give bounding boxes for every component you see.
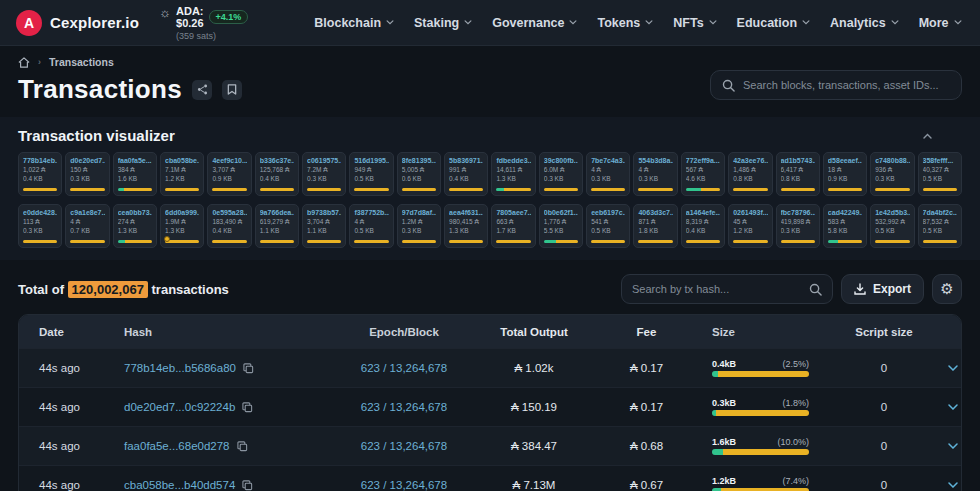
search-icon [809,283,822,296]
tx-card[interactable]: 6dd0a999... 1.9M ₳ 1.3 KB [160,204,204,248]
nav-menu-item[interactable]: Tokens [589,10,661,36]
epoch-block-link[interactable]: 623 / 13,264,678 [361,479,447,491]
tx-card[interactable]: aea4f631... 980,415 ₳ 1.3 KB [444,204,488,248]
tx-card[interactable]: 7be7c4a3... 4 ₳ 0.3 KB [586,152,630,196]
tx-hash-link[interactable]: 778b14eb...b5686a80 [124,362,236,374]
tx-card-amount: 7.1M ₳ [165,166,199,173]
epoch-block-link[interactable]: 623 / 13,264,678 [361,362,447,374]
expand-row-chevron-icon[interactable] [944,443,961,449]
header-epoch-block[interactable]: Epoch/Block [339,326,469,338]
copy-icon[interactable] [243,363,254,374]
tx-card[interactable]: cba058be... 7.1M ₳ 1.2 KB [160,152,204,196]
tx-card[interactable]: fbc78796... 419,898 ₳ 0.3 KB [776,204,820,248]
tx-card[interactable]: 8fe81395... 5,005 ₳ 0.6 KB [397,152,441,196]
tx-card[interactable]: 516d1995... 949 ₳ 0.5 KB [349,152,393,196]
table-settings-button[interactable]: ⚙ [932,274,962,304]
nav-menu-item[interactable]: Blockchain [306,10,402,36]
epoch-block-link[interactable]: 623 / 13,264,678 [361,440,447,452]
size-percent-label: (2.5%) [782,359,809,369]
home-icon[interactable] [18,57,30,68]
nav-menu-item[interactable]: More [911,10,970,36]
nav-menu-item[interactable]: NFTs [665,10,724,36]
epoch-block-link[interactable]: 623 / 13,264,678 [361,401,447,413]
tx-card[interactable]: 358fefff... 40,327 ₳ 0.5 KB [918,152,962,196]
global-search-input[interactable] [743,79,950,91]
tx-hash-link[interactable]: d0e20ed7...0c92224b [124,401,235,413]
tx-hash-link[interactable]: faa0fa5e...68e0d278 [124,440,230,452]
tx-card[interactable]: 772eff9a... 567 ₳ 4.6 KB [681,152,725,196]
cell-total-output: ₳ 1.02k [469,362,599,374]
tx-card-amount: 113 ₳ [23,218,57,225]
visualizer-row-1: 778b14eb... 1,022 ₳ 0.4 KB d0e20ed7... 1… [18,152,962,196]
nav-menu-item[interactable]: Education [729,10,818,36]
tx-card[interactable]: 7805aee7... 663 ₳ 1.7 KB [491,204,535,248]
expand-row-chevron-icon[interactable] [944,404,961,410]
tx-card-amount: 14,611 ₳ [496,166,530,173]
share-button[interactable] [192,80,212,100]
copy-icon[interactable] [237,441,248,452]
tx-card-size-bar [733,240,767,243]
tx-card[interactable]: 42a3ee76... 1,486 ₳ 0.8 KB [728,152,772,196]
header-size[interactable]: Size [694,326,824,338]
tx-card[interactable]: 97d7d8af... 1.2M ₳ 0.3 KB [397,204,441,248]
tx-card[interactable]: a1464efe... 8,319 ₳ 0.4 KB [681,204,725,248]
copy-icon[interactable] [242,480,253,491]
tx-card[interactable]: b9738b57... 3,704 ₳ 1.1 KB [302,204,346,248]
header-fee[interactable]: Fee [599,326,694,338]
tx-card[interactable]: 4063d3c7... 871 ₳ 1.8 KB [633,204,677,248]
tx-card[interactable]: b336c37e... 125,768 ₳ 0.4 KB [255,152,299,196]
nav-menu-item[interactable]: Staking [406,10,480,36]
tx-card[interactable]: d0e20ed7... 150 ₳ 0.3 KB [65,152,109,196]
tx-card[interactable]: d58eeaef... 18 ₳ 0.9 KB [823,152,867,196]
tx-hash-link[interactable]: cba058be...b40dd574 [124,479,235,491]
tx-card-hash: 554b3d8a... [638,157,672,164]
tx-card[interactable]: 1e42d5b3... 532,992 ₳ 0.5 KB [870,204,914,248]
tx-card-amount: 7.2M ₳ [307,166,341,173]
nav-menu-item[interactable]: Analytics [822,10,907,36]
brand-logo-link[interactable]: A Cexplorer.io [16,10,139,36]
header-date[interactable]: Date [19,326,124,338]
tx-card[interactable]: 9a766dea... 619,279 ₳ 1.1 KB [255,204,299,248]
tx-card[interactable]: e0dde428... 113 ₳ 0.3 KB [18,204,62,248]
tx-card[interactable]: eeb6197c... 541 ₳ 0.5 KB [586,204,630,248]
tx-card[interactable]: 778b14eb... 1,022 ₳ 0.4 KB [18,152,62,196]
tx-hash-search[interactable] [621,274,833,304]
nav-menu-item[interactable]: Governance [484,10,585,36]
tx-card[interactable]: 5b836971... 991 ₳ 0.4 KB [444,152,488,196]
tx-card[interactable]: cea0bb73... 274 ₳ 1.3 KB [113,204,157,248]
tx-card[interactable]: f387752b... 4 ₳ 0.5 KB [349,204,393,248]
tx-card[interactable]: c7480b88... 936 ₳ 0.3 KB [870,152,914,196]
header-script-size[interactable]: Script size [824,326,944,338]
tx-card[interactable]: c0619575... 7.2M ₳ 0.3 KB [302,152,346,196]
global-search[interactable] [710,70,962,100]
tx-card[interactable]: 39c800fb... 6.0M ₳ 0.3 KB [539,152,583,196]
tx-card-amount: 183,490 ₳ [212,218,246,225]
copy-icon[interactable] [242,402,253,413]
tx-card[interactable]: 4eef9c10... 3,707 ₳ 0.9 KB [207,152,251,196]
chevron-down-icon [802,20,810,25]
header-total-output[interactable]: Total Output [469,326,599,338]
brand-name: Cexplorer.io [50,14,139,31]
tx-card[interactable]: fdbedde3... 14,611 ₳ 1.3 KB [491,152,535,196]
export-button[interactable]: Export [841,274,924,304]
tx-card-size: 1.2 KB [733,227,767,234]
tx-card[interactable]: 0b0e62f1... 1,776 ₳ 5.5 KB [539,204,583,248]
header-hash[interactable]: Hash [124,326,339,338]
tx-card[interactable]: faa0fa5e... 384 ₳ 1.6 KB [113,152,157,196]
tx-card[interactable]: ad1b5743... 6,417 ₳ 0.8 KB [776,152,820,196]
tx-hash-search-input[interactable] [632,283,801,295]
cell-date: 44s ago [19,440,124,452]
tx-card[interactable]: 0261493f... 45 ₳ 1.2 KB [728,204,772,248]
tx-card[interactable]: cad42249... 583 ₳ 5.8 KB [823,204,867,248]
tx-card[interactable]: 7da4bf2c... 87,532 ₳ 0.5 KB [918,204,962,248]
expand-row-chevron-icon[interactable] [944,365,961,371]
bookmark-button[interactable] [222,80,242,100]
expand-row-chevron-icon[interactable] [944,482,961,488]
tx-card-amount: 6.0M ₳ [544,166,578,173]
tx-card[interactable]: 0e595a28... 183,490 ₳ 0.4 KB [207,204,251,248]
tx-card[interactable]: 554b3d8a... 4 ₳ 0.3 KB [633,152,677,196]
ada-price-widget[interactable]: ☼ ADA: $0.26 +4.1% (359 sats) [159,5,248,41]
tx-card[interactable]: c9a1e8e7... 4 ₳ 0.7 KB [65,204,109,248]
collapse-chevron-up-icon[interactable] [893,131,962,141]
tx-card-size: 1.1 KB [307,227,341,234]
